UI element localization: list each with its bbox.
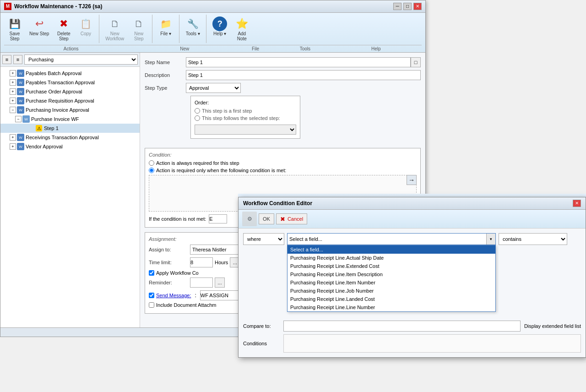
copy-button[interactable]: 📋 Copy — [75, 15, 96, 43]
reminder-browse-btn[interactable]: … — [215, 278, 225, 288]
include-attachment-checkbox[interactable] — [149, 302, 154, 308]
add-note-button[interactable]: ⭐ AddNote — [231, 15, 252, 43]
condition-note-input[interactable] — [209, 214, 227, 223]
field-dropdown-arrow[interactable]: ▾ — [486, 234, 495, 245]
reminder-label: Reminder: — [149, 280, 190, 285]
expand-purchasing-invoice[interactable]: − — [10, 107, 16, 113]
tree-icon-btn-1[interactable]: ≡ — [2, 55, 11, 64]
dialog-title-bar: Workflow Condition Editor ✕ — [239, 197, 586, 210]
tree-item-purchasing-invoice[interactable]: − W Purchasing Invoice Approval — [0, 105, 140, 114]
compare-to-input[interactable] — [283, 321, 521, 332]
dropdown-item-actual-ship[interactable]: Purchasing Receipt Line.Actual Ship Date — [288, 254, 495, 262]
expand-purchase-invoice-wf[interactable]: − — [15, 116, 22, 122]
conditional-radio[interactable] — [149, 168, 154, 173]
tree-item-vendor[interactable]: + W Vendor Approval — [0, 142, 140, 151]
tools-label: Tools ▾ — [186, 31, 200, 36]
conditions-section: Conditions — [243, 334, 581, 337]
expand-purchase-order[interactable]: + — [10, 88, 16, 95]
tree-item-payables-batch[interactable]: + W Payables Batch Approval — [0, 69, 140, 78]
reminder-input[interactable] — [190, 278, 213, 288]
description-input[interactable] — [186, 70, 421, 80]
minimize-button[interactable]: ─ — [393, 3, 402, 10]
always-required-radio[interactable] — [149, 160, 154, 166]
apply-workflow-checkbox[interactable] — [149, 270, 154, 276]
title-bar-left: M Workflow Maintenance - TJ26 (sa) — [4, 3, 103, 10]
operator-select[interactable]: contains equals starts with ends with — [499, 233, 567, 245]
new-step-button[interactable]: 🗋 NewStep — [128, 15, 149, 43]
time-limit-input[interactable] — [190, 257, 213, 267]
send-message-link[interactable]: Send Message: — [156, 293, 191, 298]
file-group-label: File — [231, 45, 280, 52]
help-button[interactable]: ? Help ▾ — [209, 15, 230, 43]
step-name-input[interactable] — [186, 57, 411, 67]
expand-vendor[interactable]: + — [10, 143, 16, 150]
dialog-toolbar: ⚙ OK ✖ Cancel — [239, 210, 586, 229]
cancel-button[interactable]: ✖ Cancel — [276, 213, 307, 224]
tree-item-purchase-invoice-wf[interactable]: − W Purchase Invoice WF — [0, 114, 140, 124]
step-type-label: Step Type — [145, 85, 186, 91]
new-workflow-icon: 🗋 — [108, 16, 122, 31]
always-required-label: Action is always required for this step — [156, 160, 239, 166]
dropdown-item-landed-cost[interactable]: Purchasing Receipt Line.Landed Cost — [288, 295, 495, 303]
close-button[interactable]: ✕ — [413, 3, 422, 10]
condition-title: Condition: — [149, 152, 417, 158]
dropdown-item-select-field[interactable]: Select a field... — [288, 245, 495, 254]
tree-icon-btn-2[interactable]: ≡ — [13, 55, 22, 64]
tree-item-step1[interactable]: ⚠ Step 1 — [0, 124, 140, 133]
clear-button[interactable]: ↩ New Step — [26, 15, 52, 43]
expand-receivings[interactable]: + — [10, 134, 16, 141]
field-select-display[interactable]: Select a field... ▾ — [287, 233, 496, 245]
new-workflow-label: NewWorkflow — [105, 31, 124, 41]
dropdown-item-job-number[interactable]: Purchasing Receipt Line.Job Number — [288, 287, 495, 295]
delete-step-button[interactable]: ✖ DeleteStep — [53, 15, 74, 43]
dropdown-item-item-description[interactable]: Purchasing Receipt Line.Item Description — [288, 270, 495, 278]
order-radio-first-label: This step is a first step — [202, 108, 252, 114]
dialog-toolbar-icon: ⚙ — [242, 212, 257, 226]
follows-step-select[interactable] — [195, 125, 296, 135]
maximize-button[interactable]: □ — [403, 3, 412, 10]
order-condition-row: Order: This step is a first step This st… — [145, 96, 421, 143]
save-step-button[interactable]: 💾 SaveStep — [4, 15, 25, 43]
order-radio-first-row: This step is a first step — [195, 108, 296, 114]
display-extended-btn[interactable]: Display extended field list — [524, 323, 581, 329]
purchasing-invoice-icon: W — [17, 106, 24, 114]
clear-label: New Step — [29, 31, 49, 36]
file-button[interactable]: 📁 File ▾ — [155, 15, 176, 43]
dropdown-item-extended-cost[interactable]: Purchasing Receipt Line.Extended Cost — [288, 262, 495, 270]
file-icon: 📁 — [158, 16, 173, 31]
title-bar-controls: ─ □ ✕ — [393, 3, 422, 10]
tree-item-payables-transaction[interactable]: + W Payables Transaction Approval — [0, 78, 140, 87]
purchase-invoice-wf-icon: W — [22, 115, 30, 123]
conditional-row: Action is required only when the followi… — [149, 168, 417, 173]
receivings-icon: W — [17, 134, 24, 141]
where-select[interactable]: where and or — [243, 233, 284, 245]
send-message-checkbox[interactable] — [149, 293, 154, 298]
expand-payables-transaction[interactable]: + — [10, 79, 16, 86]
send-message-colon: : — [195, 292, 196, 299]
expand-payables-batch[interactable]: + — [10, 70, 16, 76]
window-title: Workflow Maintenance - TJ26 (sa) — [14, 3, 103, 10]
dropdown-item-item-number[interactable]: Purchasing Receipt Line.Item Number — [288, 278, 495, 287]
step-name-browse-btn[interactable]: □ — [411, 57, 421, 67]
ribbon-buttons: 💾 SaveStep ↩ New Step ✖ DeleteStep 📋 Cop… — [4, 15, 422, 45]
tree-item-purchase-order[interactable]: + W Purchase Order Approval — [0, 87, 140, 96]
purchase-order-icon: W — [17, 88, 24, 95]
order-radio-first[interactable] — [195, 108, 200, 114]
tools-button[interactable]: 🔧 Tools ▾ — [182, 15, 203, 43]
tree-item-purchase-requisition[interactable]: + W Purchase Requisition Approval — [0, 96, 140, 105]
expand-purchase-requisition[interactable]: + — [10, 98, 16, 104]
category-dropdown[interactable]: Purchasing Sales Finance — [24, 54, 138, 65]
payables-transaction-label: Payables Transaction Approval — [26, 80, 95, 85]
order-radio-follows[interactable] — [195, 115, 200, 121]
step-type-select[interactable]: Approval Notification — [186, 83, 241, 93]
dialog-close-button[interactable]: ✕ — [573, 200, 581, 207]
condition-edit-btn[interactable]: → — [407, 175, 417, 185]
payables-transaction-icon: W — [17, 79, 24, 86]
purchase-order-label: Purchase Order Approval — [26, 89, 82, 94]
new-workflow-button[interactable]: 🗋 NewWorkflow — [102, 15, 127, 43]
dropdown-item-line-number[interactable]: Purchasing Receipt Line.Line Number — [288, 303, 495, 311]
new-step-icon: 🗋 — [131, 16, 146, 31]
ok-button[interactable]: OK — [259, 213, 274, 224]
tree-item-receivings[interactable]: + W Receivings Transaction Approval — [0, 133, 140, 142]
ribbon-labels: Actions New File Tools Help — [4, 45, 422, 52]
